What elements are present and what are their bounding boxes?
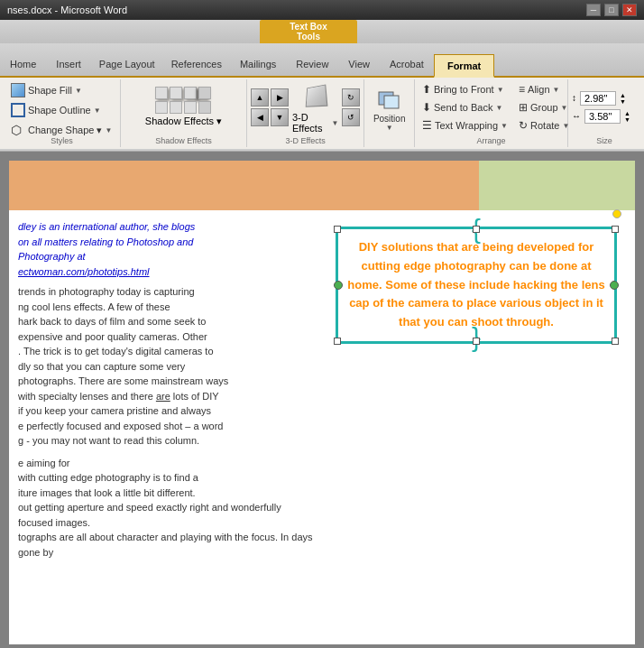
size-label: Size (568, 136, 640, 145)
tab-acrobat[interactable]: Acrobat (380, 52, 434, 76)
tilt-right-button[interactable]: ▶ (271, 88, 289, 106)
text-wrapping-icon: ☰ (422, 119, 432, 132)
ribbon-toolbar: Shape Fill ▼ Shape Outline ▼ ⬡ Change Sh… (0, 78, 644, 150)
height-down[interactable]: ▼ (620, 98, 626, 105)
position-button[interactable]: Position ▼ (366, 81, 413, 135)
three-d-label: 3-D Effects (292, 112, 329, 134)
document-text-right: { { DIY solutions that are being develop… (327, 219, 626, 644)
align-button[interactable]: ≡ Align ▼ (515, 81, 573, 97)
photo-link[interactable]: ectwoman.com/phototips.html (18, 264, 317, 280)
tab-mailings[interactable]: Mailings (230, 52, 286, 76)
height-icon: ↕ (572, 93, 576, 103)
rotate-button[interactable]: ↻ Rotate ▼ (515, 117, 573, 134)
handle-mr (610, 281, 619, 290)
tab-page-layout[interactable]: Page Layout (91, 52, 163, 76)
handle-bc (473, 338, 480, 345)
width-up[interactable]: ▲ (624, 110, 630, 116)
text-box[interactable]: { { DIY solutions that are being develop… (336, 227, 617, 344)
shape-outline-arrow: ▼ (94, 106, 101, 115)
shape-fill-arrow: ▼ (75, 87, 82, 95)
header-right-block (479, 161, 636, 210)
bring-to-front-button[interactable]: ⬆ Bring to Front ▼ (419, 81, 511, 97)
shape-fill-button[interactable]: Shape Fill ▼ (7, 81, 116, 99)
shadow-effects-group-label: Shadow Effects (121, 136, 246, 145)
document-page: dley is an international author, she blo… (9, 161, 635, 644)
arrange-label: Arrange (415, 136, 567, 145)
three-d-arrow: ▼ (331, 119, 338, 127)
rotate-ccw-button[interactable]: ↺ (342, 108, 360, 126)
header-left-block (9, 161, 479, 210)
position-icon (377, 87, 402, 112)
document-body: dley is an international author, she blo… (9, 210, 635, 644)
maximize-button[interactable]: □ (604, 4, 619, 16)
svg-rect-1 (384, 96, 399, 108)
tilt-down-button[interactable]: ▼ (271, 108, 289, 126)
minimize-button[interactable]: ─ (586, 4, 601, 16)
shadow-effects-group: Shadow Effects ▾ Shadow Effects (121, 79, 247, 147)
tilt-left-button[interactable]: ◀ (251, 108, 269, 126)
handle-tc (473, 226, 480, 233)
document-text-left: dley is an international author, she blo… (18, 219, 317, 644)
three-d-effects-group: ▲ ▶ ◀ ▼ 3-D Effects ▼ (247, 79, 364, 147)
tilt-up-button[interactable]: ▲ (251, 88, 269, 106)
close-button[interactable]: ✕ (622, 4, 637, 16)
three-d-label: 3-D Effects (247, 136, 363, 145)
document-header (9, 161, 635, 210)
document-area: dley is an international author, she blo… (0, 152, 644, 648)
app-title: nses.docx - Microsoft Word (7, 5, 127, 15)
send-to-back-icon: ⬇ (422, 101, 431, 114)
height-up[interactable]: ▲ (620, 92, 626, 98)
shape-outline-icon (11, 103, 25, 117)
change-shape-arrow: ▼ (105, 126, 112, 134)
height-input-row: ↕ ▲ ▼ (572, 91, 637, 106)
align-icon: ≡ (519, 83, 525, 96)
rotate-icon: ↻ (519, 119, 528, 132)
styles-group: Shape Fill ▼ Shape Outline ▼ ⬡ Change Sh… (4, 79, 121, 147)
group-button[interactable]: ⊞ Group ▼ (515, 99, 573, 116)
shape-fill-icon (11, 83, 25, 97)
send-to-back-button[interactable]: ⬇ Send to Back ▼ (419, 99, 511, 116)
tab-format[interactable]: Format (434, 54, 494, 78)
handle-tr (612, 226, 619, 233)
change-shape-icon: ⬡ (11, 123, 25, 137)
width-input[interactable] (584, 109, 621, 124)
tab-review[interactable]: Review (286, 52, 338, 76)
ribbon: Text Box Tools Home Insert Page Layout R… (0, 20, 644, 152)
shadow-effects-large-btn[interactable]: Shadow Effects ▾ (145, 87, 222, 127)
handle-ml (334, 281, 343, 290)
handle-rotate (612, 209, 621, 218)
tab-insert[interactable]: Insert (46, 52, 91, 76)
size-group: ↕ ▲ ▼ ↔ ▲ ▼ Size (568, 79, 640, 147)
shape-outline-button[interactable]: Shape Outline ▼ (7, 101, 116, 119)
text-box-content: DIY solutions that are being developed f… (347, 238, 605, 332)
tab-strip: Home Insert Page Layout References Maili… (0, 43, 644, 78)
position-label: Position (373, 114, 406, 124)
handle-br (612, 338, 619, 345)
contextual-tab-header: Text Box Tools (260, 20, 357, 43)
bring-to-front-icon: ⬆ (422, 83, 431, 96)
tab-references[interactable]: References (163, 52, 230, 76)
title-bar: nses.docx - Microsoft Word ─ □ ✕ (0, 0, 644, 20)
arrange-group: ⬆ Bring to Front ▼ ⬇ Send to Back ▼ ☰ Te… (415, 79, 568, 147)
width-icon: ↔ (572, 111, 581, 121)
handle-tl (334, 226, 341, 233)
tab-home[interactable]: Home (0, 52, 46, 76)
shadow-effects-label: Shadow Effects ▾ (145, 116, 222, 127)
tab-view[interactable]: View (338, 52, 380, 76)
handle-bl (334, 338, 341, 345)
window-controls[interactable]: ─ □ ✕ (586, 4, 637, 16)
rotate-cw-button[interactable]: ↻ (342, 88, 360, 106)
text-wrapping-button[interactable]: ☰ Text Wrapping ▼ (419, 117, 511, 134)
height-input[interactable] (580, 91, 616, 106)
group-icon: ⊞ (519, 101, 528, 114)
width-down[interactable]: ▼ (624, 116, 630, 123)
styles-label: Styles (4, 136, 120, 145)
three-d-effects-button[interactable]: 3-D Effects ▼ (292, 112, 338, 134)
width-input-row: ↔ ▲ ▼ (572, 109, 637, 124)
position-group: Position ▼ (364, 79, 415, 147)
